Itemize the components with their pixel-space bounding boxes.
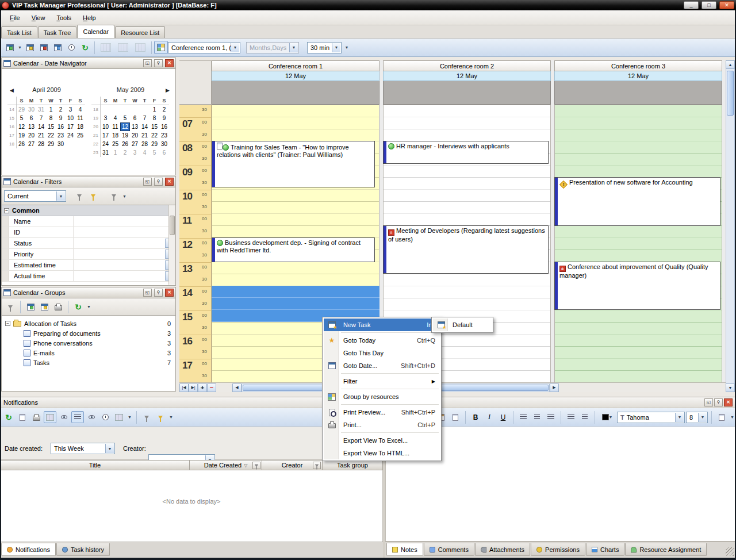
calendar-day[interactable]: 21	[91, 131, 101, 140]
collapse-icon[interactable]: −	[4, 208, 9, 213]
tab-notes[interactable]: Notes	[386, 543, 423, 556]
calendar-day[interactable]: 1	[46, 105, 56, 114]
calendar-day[interactable]: 3	[66, 105, 75, 114]
tab-task-history[interactable]: Task history	[56, 543, 110, 556]
calendar-day[interactable]: 20	[91, 122, 101, 131]
calendar-day[interactable]: 8	[150, 114, 159, 122]
scrollbar-thumb[interactable]	[727, 71, 734, 116]
scrollbar-thumb[interactable]	[170, 216, 175, 235]
calendar-day[interactable]: 15	[7, 114, 17, 122]
new-task-dropdown[interactable]: ▼	[17, 45, 23, 49]
calendar-event[interactable]: HR manager - Interviews with applicants	[383, 141, 549, 164]
print-button[interactable]	[30, 411, 43, 423]
calendar-day[interactable]: F	[150, 97, 159, 105]
calendar-day[interactable]: 15	[150, 122, 159, 131]
calendar-day[interactable]	[110, 105, 120, 114]
calendar-day[interactable]: 13	[130, 122, 140, 131]
calendar-day[interactable]: 25	[75, 131, 85, 140]
calendar-event[interactable]: Business development dep. - Signing of c…	[212, 237, 375, 262]
calendar-day[interactable]	[91, 97, 101, 105]
zoom-in-button[interactable]: +	[198, 383, 207, 392]
groups-pin-button[interactable]: ⚲	[154, 289, 163, 297]
calendar-day[interactable]: 19	[91, 114, 101, 122]
maximize-button[interactable]: □	[702, 1, 716, 9]
resource-column-header[interactable]: Conference room 3	[554, 60, 722, 71]
date-created-combo[interactable]: This Week▼	[51, 443, 115, 454]
filter-group-common[interactable]: − Common	[2, 205, 175, 216]
tab-attachments[interactable]: Attachments	[475, 543, 530, 556]
new-task-button[interactable]	[3, 41, 17, 54]
font-color-button[interactable]: ▼	[599, 411, 616, 423]
calendar-day[interactable]	[140, 105, 150, 114]
calendar-day[interactable]: 11	[110, 122, 120, 131]
calendar-day[interactable]: 24	[101, 140, 110, 148]
calendar-day[interactable]: 6	[159, 148, 169, 157]
calendar-day[interactable]: 17	[7, 131, 17, 140]
details-float-button[interactable]: ◱	[704, 398, 713, 406]
clear-filter-button[interactable]	[108, 190, 120, 202]
allday-area[interactable]	[554, 81, 722, 105]
refresh-button[interactable]: ↻	[78, 41, 92, 54]
calendar-day[interactable]: 4	[75, 105, 85, 114]
align-left-button[interactable]	[517, 411, 530, 423]
calendar-day[interactable]: 20	[130, 131, 140, 140]
time-grid-room3[interactable]	[554, 105, 722, 382]
calendar-day[interactable]: 14	[7, 105, 17, 114]
menu-item-group-by-resources[interactable]: Group by resources	[324, 390, 440, 403]
tab-comments[interactable]: Comments	[424, 543, 474, 556]
scroll-up-button[interactable]: ▲	[726, 60, 735, 69]
calendar-day[interactable]: 12	[120, 122, 130, 131]
group-item[interactable]: E-mails 3	[2, 348, 175, 358]
calendar-day[interactable]: 2	[120, 148, 130, 157]
calendar-day[interactable]: 27	[26, 140, 36, 148]
menu-item-print[interactable]: Print... Ctrl+P	[324, 419, 440, 431]
allday-area[interactable]	[212, 81, 379, 105]
collapse-icon[interactable]: −	[5, 321, 10, 326]
main-tab[interactable]: Calendar	[77, 25, 114, 38]
menu-item-filter[interactable]: Filter ▶	[324, 375, 440, 388]
calendar-day[interactable]: 22	[46, 131, 56, 140]
view-mode-combo-arrow[interactable]: ▼	[289, 43, 298, 52]
groups-filter-button[interactable]	[4, 301, 17, 313]
date-created-combo-arrow[interactable]: ▼	[105, 444, 114, 453]
time-scale-dropdown-button[interactable]: ▼	[342, 41, 352, 54]
calendar-day[interactable]: 25	[110, 140, 120, 148]
print-groups-button[interactable]	[52, 301, 64, 313]
preview-toggle[interactable]	[57, 411, 70, 423]
underline-button[interactable]: U	[497, 411, 509, 423]
filter-preset-combo[interactable]: Current▼	[4, 190, 66, 202]
calendar-day[interactable]: 5	[150, 148, 159, 157]
tab-notifications[interactable]: Notifications	[1, 543, 56, 556]
calendar-day[interactable]: 14	[140, 122, 150, 131]
date-created-filter-button[interactable]	[252, 462, 260, 469]
filter-field-value[interactable]	[74, 238, 164, 248]
month-view-button[interactable]	[132, 41, 149, 54]
calendar-day[interactable]: S	[75, 97, 85, 105]
calendar-day[interactable]: 16	[7, 122, 17, 131]
calendar-horizontal-scrollbar[interactable]: |◀ ▶| + − ◀ ▶	[179, 382, 726, 392]
calendar-day[interactable]: T	[140, 97, 150, 105]
filter-field-value[interactable]	[74, 249, 164, 259]
calendar-day[interactable]: S	[17, 97, 26, 105]
groups-refresh-dropdown[interactable]: ▼	[86, 305, 92, 309]
submenu-item-default[interactable]: Default	[433, 319, 492, 331]
menu-item[interactable]: View	[26, 13, 51, 23]
time-scale-combo-arrow[interactable]: ▼	[332, 43, 340, 52]
columns-button[interactable]	[113, 411, 125, 423]
menu-item-goto-this-day[interactable]: Goto This Day	[324, 347, 440, 359]
menu-item[interactable]: File	[5, 13, 25, 23]
calendar-day[interactable]: 27	[130, 140, 140, 148]
calendar-day[interactable]: 23	[159, 131, 169, 140]
calendar-day[interactable]: 9	[56, 114, 66, 122]
tab-permissions[interactable]: Permissions	[531, 543, 585, 556]
calendar-day[interactable]: 24	[66, 131, 75, 140]
column-header-date-created[interactable]: Date Created ▽	[189, 460, 262, 470]
calendar-day[interactable]	[101, 105, 110, 114]
time-scale-combo[interactable]: 30 min▼	[307, 42, 342, 53]
bold-button[interactable]: B	[469, 411, 482, 423]
show-read-toggle[interactable]	[85, 411, 98, 423]
calendar-day[interactable]: 29	[17, 105, 26, 114]
calendar-day[interactable]: 10	[66, 114, 75, 122]
notifications-filter-button[interactable]	[140, 411, 153, 423]
creator-filter-button[interactable]	[313, 462, 321, 469]
